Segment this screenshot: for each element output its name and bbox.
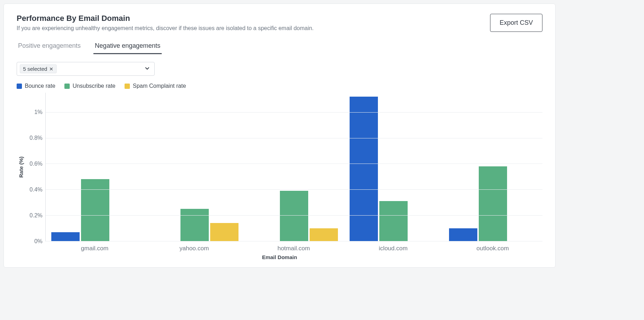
legend-label: Spam Complaint rate — [133, 83, 186, 89]
tab-positive-engagements[interactable]: Positive engagements — [17, 40, 82, 54]
x-axis-title: Email Domain — [17, 254, 542, 260]
legend-swatch-unsubscribe — [64, 84, 70, 89]
legend-swatch-spam — [125, 84, 130, 89]
legend-item-bounce[interactable]: Bounce rate — [17, 83, 55, 89]
gridline — [46, 164, 542, 164]
bar-group — [145, 93, 245, 241]
domain-filter-select[interactable]: 5 selected ✕ — [17, 62, 155, 76]
bar[interactable] — [280, 191, 308, 241]
y-tick-label: 0.8% — [30, 135, 42, 141]
bar-group — [46, 93, 145, 241]
engagement-tabs: Positive engagements Negative engagement… — [17, 40, 542, 54]
bar[interactable] — [310, 228, 338, 241]
bar[interactable] — [180, 209, 209, 241]
x-tick-label: yahoo.com — [144, 241, 244, 252]
bar[interactable] — [81, 179, 109, 241]
export-csv-button[interactable]: Export CSV — [490, 14, 542, 32]
legend-swatch-bounce — [17, 84, 22, 89]
card-header: Performance By Email Domain If you are e… — [17, 14, 542, 40]
bar[interactable] — [51, 232, 80, 241]
tab-negative-engagements[interactable]: Negative engagements — [93, 40, 162, 54]
y-tick-label: 0% — [34, 238, 42, 245]
legend-item-unsubscribe[interactable]: Unsubscribe rate — [64, 83, 115, 89]
bar[interactable] — [379, 201, 408, 241]
bar[interactable] — [350, 97, 378, 241]
legend-item-spam[interactable]: Spam Complaint rate — [125, 83, 186, 89]
card-subtitle: If you are experiencing unhealthy engage… — [17, 25, 314, 32]
x-tick-label: gmail.com — [45, 241, 144, 252]
bar[interactable] — [479, 166, 507, 241]
chart-legend: Bounce rate Unsubscribe rate Spam Compla… — [17, 83, 542, 89]
y-tick-label: 0.4% — [30, 187, 42, 193]
chart-area: Rate (%) 0%0.2%0.4%0.6%0.8%1% — [17, 93, 542, 241]
card-title: Performance By Email Domain — [17, 14, 314, 23]
bar-groups — [46, 93, 542, 241]
bar-group — [245, 93, 344, 241]
y-axis-label: Rate (%) — [17, 93, 25, 241]
y-tick-label: 0.6% — [30, 161, 42, 167]
header-text-block: Performance By Email Domain If you are e… — [17, 14, 314, 40]
x-tick-label: outlook.com — [443, 241, 542, 252]
bar-group — [443, 93, 542, 241]
gridline — [46, 215, 542, 216]
performance-card: Performance By Email Domain If you are e… — [4, 4, 556, 268]
legend-label: Bounce rate — [25, 83, 55, 89]
x-axis-labels-row: gmail.comyahoo.comhotmail.comicloud.como… — [17, 241, 542, 252]
close-icon[interactable]: ✕ — [49, 66, 53, 72]
bar-group — [344, 93, 443, 241]
y-axis-ticks: 0%0.2%0.4%0.6%0.8%1% — [25, 93, 45, 241]
y-tick-label: 1% — [34, 109, 42, 115]
plot-area — [45, 93, 542, 241]
gridline — [46, 138, 542, 138]
y-tick-label: 0.2% — [30, 212, 42, 219]
filter-chip[interactable]: 5 selected ✕ — [20, 64, 57, 73]
chevron-down-icon — [144, 65, 150, 72]
legend-label: Unsubscribe rate — [73, 83, 115, 89]
x-tick-label: hotmail.com — [244, 241, 343, 252]
x-tick-label: icloud.com — [344, 241, 443, 252]
gridline — [46, 112, 542, 113]
bar[interactable] — [449, 228, 477, 241]
gridline — [46, 189, 542, 190]
gridline — [46, 241, 542, 241]
filter-chip-label: 5 selected — [23, 66, 47, 72]
bar[interactable] — [210, 223, 238, 241]
